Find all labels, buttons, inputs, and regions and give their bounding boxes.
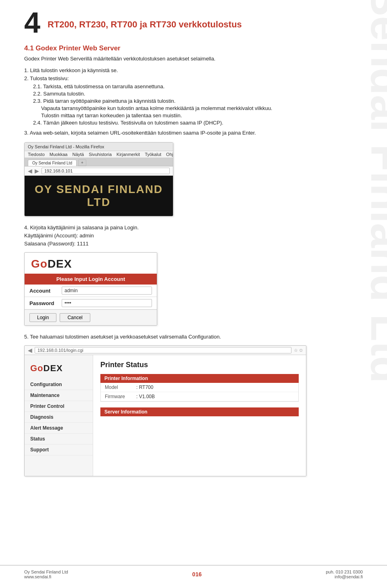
- login-button[interactable]: Login: [29, 313, 56, 322]
- browser-title: Oy Sendai Finland Ltd - Mozilla Firefox: [28, 144, 104, 149]
- login-screenshot: GoDEX Please Input Login Account Account…: [24, 252, 157, 326]
- model-row: Model : RT700: [101, 383, 298, 392]
- page-footer: Oy Sendai Finland Ltd www.sendai.fi 016 …: [0, 565, 387, 579]
- webui-logo-dex: DEX: [44, 363, 63, 373]
- menu-nayta[interactable]: Näytä: [72, 152, 84, 157]
- sidebar-item-configuration[interactable]: Configuration: [25, 379, 93, 390]
- menu-kirjanmerkit[interactable]: Kirjanmerkit: [117, 152, 140, 157]
- sidebar-item-status[interactable]: Status: [25, 434, 93, 445]
- footer-website: www.sendai.fi: [24, 574, 68, 579]
- section-intro: Godex Printer Web Serverillä määritellää…: [24, 56, 327, 62]
- step-5: 5. Tee haluamasi tulostimen asetukset ja…: [24, 334, 327, 340]
- menu-tiedosto[interactable]: Tiedosto: [28, 152, 45, 157]
- forward-button[interactable]: ▶: [35, 168, 39, 174]
- browser-address-bar: ◀ ▶ 192.168.0.101: [25, 166, 173, 176]
- step-2-4: 2.4. Tämän jälkeen tulostuu testisivu. T…: [33, 120, 327, 126]
- login-form-area: Account Password: [25, 285, 157, 310]
- browser-tab[interactable]: Oy Sendai Finland Ltd: [28, 160, 77, 166]
- browser-titlebar: Oy Sendai Finland Ltd - Mozilla Firefox: [25, 143, 173, 151]
- printer-info-header: Printer Information: [100, 374, 299, 383]
- browser-screenshot: Oy Sendai Finland Ltd - Mozilla Firefox …: [24, 142, 173, 216]
- webui-stars: ☆ ✩: [294, 348, 303, 353]
- footer-page-number: 016: [192, 571, 202, 578]
- model-label: Model: [105, 384, 133, 390]
- browser-menu: Tiedosto Muokkaa Näytä Sivuhistoria Kirj…: [25, 151, 173, 158]
- account-row: Account: [25, 285, 157, 297]
- webui-sidebar-logo: GoDEX: [25, 360, 93, 379]
- webui-url[interactable]: 192.168.0.101/login.cgi: [35, 347, 291, 353]
- menu-sivuhistoria[interactable]: Sivuhistoria: [89, 152, 112, 157]
- logo-dex: DEX: [48, 258, 72, 270]
- model-value: : RT700: [136, 384, 153, 390]
- webui-screenshot: ◀ 192.168.0.101/login.cgi ☆ ✩ GoDEX Conf…: [24, 345, 306, 476]
- printer-info-table: Model : RT700 Firmware : V1.00B: [100, 383, 299, 402]
- webui-body: GoDEX Configuration Maintenance Printer …: [25, 355, 306, 476]
- login-title-bar: Please Input Login Account: [25, 274, 157, 285]
- sidebar-item-diagnosis[interactable]: Diagnosis: [25, 412, 93, 423]
- chapter-header: 4 RT200, RT230, RT700 ja RT730 verkkotul…: [24, 12, 327, 37]
- webui-logo: GoDEX: [30, 363, 63, 374]
- login-buttons: Login Cancel: [25, 310, 157, 325]
- account-label: Account: [29, 288, 62, 294]
- footer-right: puh. 010 231 0300 info@sendai.fi: [326, 569, 363, 579]
- firmware-label: Firmware: [105, 394, 133, 399]
- step-2-2: 2.2. Sammuta tulostin.: [33, 91, 327, 97]
- step-2-sublist: 2.1. Tarkista, että tulostimessa on tarr…: [33, 83, 327, 126]
- footer-company: Oy Sendai Finland Ltd: [24, 569, 68, 574]
- step-2-3-detail1: Vapauta tarransyöttöpainike kun tulostin…: [41, 105, 327, 111]
- webui-back-button[interactable]: ◀: [28, 347, 32, 353]
- new-tab-button[interactable]: +: [78, 159, 86, 166]
- cancel-button[interactable]: Cancel: [60, 313, 90, 322]
- browser-tab-bar: Oy Sendai Finland Ltd +: [25, 158, 173, 166]
- step-2: 2. Tulosta testisivu:: [24, 75, 327, 81]
- account-input[interactable]: [62, 287, 152, 295]
- chapter-number: 4: [24, 8, 40, 37]
- logo-go: Go: [31, 258, 48, 270]
- webui-address-bar: ◀ 192.168.0.101/login.cgi ☆ ✩: [25, 346, 306, 355]
- company-display-text: OY SENDAI FINLAND LTD: [33, 183, 165, 209]
- menu-ohje[interactable]: Ohje: [166, 152, 173, 157]
- step-4: 4. Kirjoita käyttäjänimi ja salasana ja …: [24, 224, 327, 231]
- step-2-3: 2.3. Pidä tarran syöttöpainike painettun…: [33, 98, 327, 104]
- sidebar-item-support[interactable]: Support: [25, 445, 93, 455]
- chapter-title: RT200, RT230, RT700 ja RT730 verkkotulos…: [48, 12, 242, 30]
- menu-tyokalut[interactable]: Työkalut: [145, 152, 161, 157]
- browser-body: OY SENDAI FINLAND LTD: [25, 176, 173, 216]
- menu-muokkaa[interactable]: Muokkaa: [50, 152, 68, 157]
- firmware-row: Firmware : V1.00B: [101, 392, 298, 401]
- godex-header: GoDEX: [25, 253, 157, 274]
- webui-main: Printer Status Printer Information Model…: [93, 355, 306, 476]
- webui-sidebar: GoDEX Configuration Maintenance Printer …: [25, 355, 93, 476]
- sidebar-item-printer-control[interactable]: Printer Control: [25, 401, 93, 412]
- password-input[interactable]: [62, 299, 152, 307]
- password-row: Password: [25, 297, 157, 310]
- sidebar-item-maintenance[interactable]: Maintenance: [25, 390, 93, 401]
- browser-tab-label: Oy Sendai Finland Ltd: [32, 161, 72, 165]
- sidebar-item-alert-message[interactable]: Alert Message: [25, 423, 93, 434]
- server-info-header: Server Information: [100, 407, 299, 416]
- footer-email: info@sendai.fi: [326, 574, 363, 579]
- step-3: 3. Avaa web-selain, kirjoita selaimen UR…: [24, 130, 327, 136]
- step-2-3-detail2: Tulostin mittaa nyt tarran korkeuden ja …: [41, 112, 327, 118]
- footer-left: Oy Sendai Finland Ltd www.sendai.fi: [24, 569, 68, 579]
- step-2-1: 2.1. Tarkista, että tulostimessa on tarr…: [33, 83, 327, 89]
- back-button[interactable]: ◀: [28, 168, 32, 174]
- step-4-account: Käyttäjänimi (Account): admin: [24, 233, 327, 239]
- section-title: 4.1 Godex Printer Web Server: [24, 44, 327, 52]
- step-1: 1. Liitä tulostin verkkoon ja käynnistä …: [24, 67, 327, 73]
- footer-phone: puh. 010 231 0300: [326, 569, 363, 574]
- firmware-value: : V1.00B: [136, 394, 155, 399]
- webui-logo-go: Go: [30, 363, 44, 373]
- godex-logo: GoDEX: [31, 258, 72, 270]
- webui-main-title: Printer Status: [100, 361, 299, 369]
- step-4-password: Salasana (Password): 1111: [24, 241, 327, 247]
- password-label: Password: [29, 300, 62, 306]
- url-bar[interactable]: 192.168.0.101: [42, 168, 170, 174]
